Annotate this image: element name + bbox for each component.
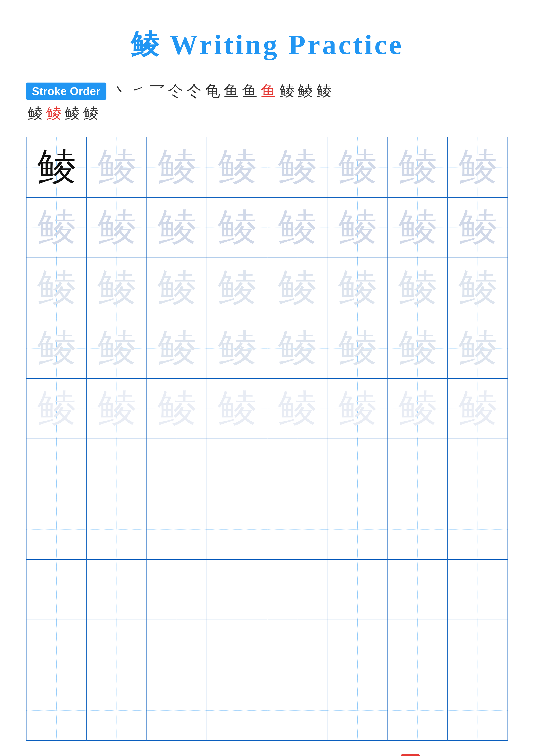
- grid-cell-r10c7[interactable]: [387, 680, 447, 741]
- grid-cell-r8c6[interactable]: [327, 559, 387, 620]
- grid-cell-r9c1[interactable]: [26, 620, 87, 680]
- grid-cell-r6c7[interactable]: [387, 439, 447, 499]
- brand-icon: 字: [401, 754, 420, 756]
- cell-char: 鲮: [217, 383, 256, 435]
- cell-char: 鲮: [398, 322, 437, 374]
- cell-char: 鲮: [458, 141, 497, 193]
- cell-char: 鲮: [458, 383, 497, 435]
- stroke-char-15: 鲮: [64, 103, 80, 124]
- grid-cell-r1c2: 鲮: [87, 137, 146, 198]
- grid-cell-r10c8[interactable]: [447, 680, 508, 741]
- grid-cell-r7c1[interactable]: [26, 499, 87, 559]
- grid-cell-r4c8: 鲮: [447, 318, 508, 378]
- grid-cell-r2c2: 鲮: [87, 198, 146, 258]
- grid-cell-r9c3[interactable]: [147, 620, 207, 680]
- stroke-char-4: 仒: [168, 81, 183, 101]
- grid-cell-r6c6[interactable]: [327, 439, 387, 499]
- cell-char: 鲮: [338, 322, 377, 374]
- grid-cell-r4c7: 鲮: [387, 318, 447, 378]
- grid-cell-r7c4[interactable]: [207, 499, 267, 559]
- grid-cell-r7c3[interactable]: [147, 499, 207, 559]
- stroke-char-8: 鱼: [242, 81, 257, 101]
- stroke-order-row2: 鲮 鲮 鲮 鲮: [26, 103, 100, 124]
- grid-cell-r4c1: 鲮: [26, 318, 87, 378]
- grid-cell-r5c6: 鲮: [327, 378, 387, 439]
- cell-char: 鲮: [278, 262, 317, 314]
- grid-cell-r2c5: 鲮: [267, 198, 327, 258]
- grid-cell-r6c3[interactable]: [147, 439, 207, 499]
- grid-cell-r8c1[interactable]: [26, 559, 87, 620]
- grid-cell-r1c1: 鲮: [26, 137, 87, 198]
- grid-cell-r4c3: 鲮: [147, 318, 207, 378]
- grid-cell-r10c4[interactable]: [207, 680, 267, 741]
- grid-cell-r8c7[interactable]: [387, 559, 447, 620]
- grid-cell-r6c1[interactable]: [26, 439, 87, 499]
- grid-cell-r2c7: 鲮: [387, 198, 447, 258]
- grid-cell-r4c2: 鲮: [87, 318, 146, 378]
- grid-cell-r9c7[interactable]: [387, 620, 447, 680]
- grid-cell-r10c1[interactable]: [26, 680, 87, 741]
- stroke-char-7: 鱼: [224, 81, 239, 101]
- grid-cell-r7c5[interactable]: [267, 499, 327, 559]
- stroke-char-3: 乛: [149, 81, 165, 101]
- cell-char: 鲮: [157, 383, 196, 435]
- grid-cell-r6c8[interactable]: [447, 439, 508, 499]
- cell-char: 鲮: [338, 383, 377, 435]
- cell-char: 鲮: [157, 322, 196, 374]
- grid-cell-r7c7[interactable]: [387, 499, 447, 559]
- stroke-char-16: 鲮: [83, 103, 98, 124]
- grid-cell-r8c3[interactable]: [147, 559, 207, 620]
- grid-cell-r5c7: 鲮: [387, 378, 447, 439]
- cell-char: 鲮: [458, 322, 497, 374]
- cell-char: 鲮: [97, 202, 136, 254]
- grid-cell-r5c4: 鲮: [207, 378, 267, 439]
- grid-cell-r1c6: 鲮: [327, 137, 387, 198]
- cell-char: 鲮: [37, 383, 76, 435]
- grid-cell-r10c5[interactable]: [267, 680, 327, 741]
- grid-cell-r8c5[interactable]: [267, 559, 327, 620]
- grid-cell-r6c2[interactable]: [87, 439, 146, 499]
- cell-char: 鲮: [217, 202, 256, 254]
- stroke-char-14: 鲮: [46, 103, 61, 124]
- grid-cell-r6c5[interactable]: [267, 439, 327, 499]
- grid-cell-r9c8[interactable]: [447, 620, 508, 680]
- grid-cell-r9c2[interactable]: [87, 620, 146, 680]
- grid-cell-r6c4[interactable]: [207, 439, 267, 499]
- cell-char: 鲮: [398, 262, 437, 314]
- grid-cell-r7c2[interactable]: [87, 499, 146, 559]
- grid-cell-r10c3[interactable]: [147, 680, 207, 741]
- cell-char: 鲮: [278, 202, 317, 254]
- grid-cell-r8c4[interactable]: [207, 559, 267, 620]
- grid-cell-r9c6[interactable]: [327, 620, 387, 680]
- grid-cell-r9c5[interactable]: [267, 620, 327, 680]
- footer: https://www.strokeorder.com/chinese/鲮 字 …: [26, 754, 508, 756]
- cell-char: 鲮: [278, 383, 317, 435]
- grid-cell-r3c1: 鲮: [26, 258, 87, 318]
- grid-cell-r7c6[interactable]: [327, 499, 387, 559]
- cell-char: 鲮: [217, 141, 256, 193]
- grid-cell-r4c6: 鲮: [327, 318, 387, 378]
- grid-cell-r8c2[interactable]: [87, 559, 146, 620]
- grid-cell-r2c4: 鲮: [207, 198, 267, 258]
- grid-cell-r2c1: 鲮: [26, 198, 87, 258]
- grid-cell-r5c5: 鲮: [267, 378, 327, 439]
- grid-cell-r10c6[interactable]: [327, 680, 387, 741]
- grid-cell-r7c8[interactable]: [447, 499, 508, 559]
- stroke-char-10: 鲮: [279, 81, 294, 101]
- grid-cell-r4c5: 鲮: [267, 318, 327, 378]
- grid-cell-r1c5: 鲮: [267, 137, 327, 198]
- stroke-char-1: 丶: [113, 81, 128, 101]
- grid-cell-r5c2: 鲮: [87, 378, 146, 439]
- cell-char: 鲮: [97, 262, 136, 314]
- stroke-chars-row1: 丶 ㇀ 乛 仒 仒 龟 鱼 鱼 鱼 鲮 鲮 鲮: [111, 81, 333, 101]
- title-char: 鲮 Writing Practice: [131, 29, 404, 60]
- cell-char: 鲮: [458, 202, 497, 254]
- cell-char: 鲮: [458, 262, 497, 314]
- grid-cell-r4c4: 鲮: [207, 318, 267, 378]
- grid-cell-r3c5: 鲮: [267, 258, 327, 318]
- grid-cell-r1c4: 鲮: [207, 137, 267, 198]
- grid-cell-r9c4[interactable]: [207, 620, 267, 680]
- grid-cell-r10c2[interactable]: [87, 680, 146, 741]
- cell-char: 鲮: [97, 322, 136, 374]
- grid-cell-r8c8[interactable]: [447, 559, 508, 620]
